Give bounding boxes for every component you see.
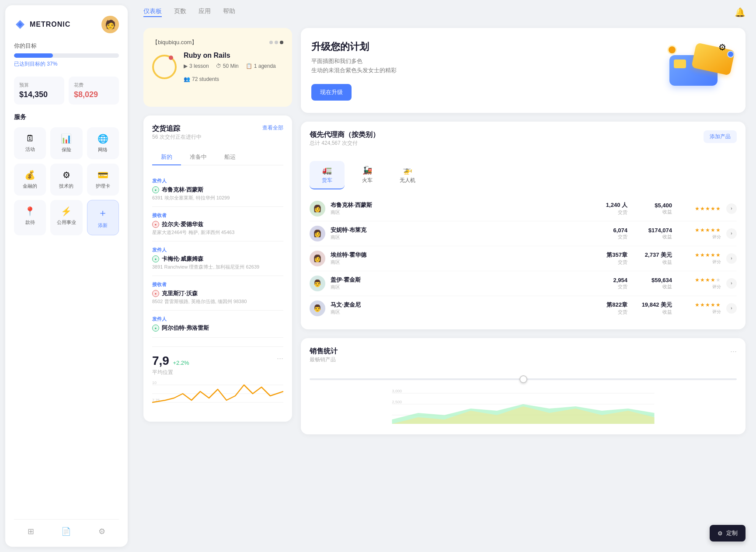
agent-tab-train[interactable]: 🚂 火车 <box>350 161 385 189</box>
layers-icon[interactable]: ⊞ <box>28 527 34 536</box>
tracking-view-all[interactable]: 查看全部 <box>262 124 283 132</box>
service-hospitality[interactable]: 📍 款待 <box>14 200 46 235</box>
avg-value: 7,9 <box>152 354 169 367</box>
agents-header: 领先代理商（按类别） 总计 424,567 次交付 添加产品 <box>310 130 737 154</box>
agent-trans-label-5: 交货 <box>592 309 627 315</box>
service-utility[interactable]: ⚡ 公用事业 <box>50 200 82 235</box>
train-label: 火车 <box>362 177 373 184</box>
agent-info-1: 布鲁克林·西蒙斯 南区 <box>331 201 587 216</box>
agent-arrow-2[interactable]: › <box>726 228 737 239</box>
location-dot-5: ● <box>152 325 159 332</box>
expense-label: 花费 <box>74 82 114 88</box>
customize-icon: ⚙ <box>718 530 723 537</box>
lessons-icon: ▶ <box>184 63 188 69</box>
shipment-addr-3: 3891 Ranchview 理查森博士, 加利福尼亚州 62639 <box>152 264 283 270</box>
circle-dot <box>169 56 173 60</box>
service-tech[interactable]: ⚙ 技术的 <box>50 164 82 196</box>
agent-arrow-1[interactable]: › <box>726 203 737 214</box>
course-url: 【biqubiqu.com】 <box>152 38 197 46</box>
agent-trans-label-3: 交货 <box>592 259 627 266</box>
agent-row-1: 👩 布鲁克林·西蒙斯 南区 1,240 人 交货 $5,400 收益 ★★★ <box>310 196 737 221</box>
mini-chart: 10 7.75 <box>152 376 283 411</box>
upgrade-info: 升级您的计划 平面插图和我们多色 生动的未混合紫色头发女士的精彩 现在升级 <box>311 40 397 101</box>
agent-tab-truck[interactable]: 🚛 货车 <box>310 161 345 189</box>
upgrade-card: 升级您的计划 平面插图和我们多色 生动的未混合紫色头发女士的精彩 现在升级 <box>301 28 746 113</box>
upgrade-button[interactable]: 现在升级 <box>311 84 352 101</box>
students-icon: 👥 <box>184 76 190 82</box>
notification-icon[interactable]: 🔔 <box>735 7 746 17</box>
service-activity[interactable]: 🗓 活动 <box>14 127 46 159</box>
avatar[interactable]: 🧑 <box>101 16 119 33</box>
nav-pages[interactable]: 页数 <box>174 7 186 17</box>
range-slider[interactable] <box>310 378 737 380</box>
shipment-4: 接收者 ● 克里斯汀·沃森 8502 普雷斯顿路, 英格尔伍德, 缅因州 983… <box>152 276 283 311</box>
activity-icon: 🗓 <box>26 133 35 143</box>
tab-preparing[interactable]: 准备中 <box>181 150 216 165</box>
nav-apps[interactable]: 应用 <box>199 7 211 17</box>
range-slider-container <box>310 374 737 382</box>
service-finance[interactable]: 💰 金融的 <box>14 164 46 196</box>
avg-pct: +2.2% <box>173 360 189 366</box>
chip <box>674 59 686 68</box>
nav-dashboard[interactable]: 仪表板 <box>143 7 162 17</box>
shipment-name-2: ● 拉尔夫·爱德华兹 <box>152 220 283 228</box>
services-grid: 🗓 活动 📊 保险 🌐 网络 💰 金融的 ⚙ 技术的 💳 护理卡 📍 款待 ⚡ <box>14 127 119 235</box>
shipment-addr-1: 6391 埃尔全塞莱斯, 特拉华州 10299 <box>152 195 283 201</box>
customize-button[interactable]: ⚙ 定制 <box>710 525 746 542</box>
agent-info-5: 马文·麦金尼 南区 <box>331 301 587 315</box>
location-dot-1: ● <box>152 186 159 193</box>
budget-label: 预算 <box>19 82 59 88</box>
file-icon[interactable]: 📄 <box>61 527 71 536</box>
mini-stats-value-group: 7,9 +2.2% 平均位置 <box>152 354 189 376</box>
agent-rev-label-4: 收益 <box>633 283 672 290</box>
stars-4: ★★★★★ <box>695 277 721 283</box>
agent-rev-4: $59,634 <box>633 277 672 283</box>
shipment-name-1: ● 布鲁克林·西蒙斯 <box>152 186 283 194</box>
svg-text:3,000: 3,000 <box>392 389 402 393</box>
goal-section: 你的目标 已达到目标的 37% <box>14 42 119 68</box>
agent-rev-label-1: 收益 <box>633 209 672 215</box>
agent-trans-label-1: 交货 <box>592 209 627 216</box>
tab-shipping[interactable]: 船运 <box>216 150 244 165</box>
service-insurance[interactable]: 📊 保险 <box>50 127 82 159</box>
agent-arrow-5[interactable]: › <box>726 303 737 314</box>
settings-icon[interactable]: ⚙ <box>98 527 105 536</box>
budget-card: 预算 $14,350 <box>14 77 64 105</box>
graphic-container: ⚙ <box>665 44 735 97</box>
stats-more-icon[interactable]: ··· <box>277 354 283 363</box>
agent-money-4: $59,634 收益 <box>633 277 672 290</box>
service-care-card[interactable]: 💳 护理卡 <box>87 164 119 196</box>
sales-title: 销售统计 <box>310 347 338 356</box>
sales-header: 销售统计 最畅销产品 ··· <box>310 347 737 369</box>
agents-title-group: 领先代理商（按类别） 总计 424,567 次交付 <box>310 130 380 154</box>
sidebar-footer: ⊞ 📄 ⚙ <box>14 519 119 536</box>
agent-arrow-3[interactable]: › <box>726 253 737 264</box>
goal-label: 你的目标 <box>14 42 119 50</box>
location-dot-4: ● <box>152 290 159 297</box>
svg-text:2,500: 2,500 <box>392 400 402 404</box>
agent-name-2: 安妮特·布莱克 <box>331 226 587 234</box>
expense-value: $8,029 <box>74 90 114 99</box>
course-info: Ruby on Rails ▶ 3 lesson ⏱ 50 Min <box>184 52 283 82</box>
sales-more-icon[interactable]: ··· <box>730 347 737 356</box>
agent-stat-5: 第822章 交货 <box>592 301 627 315</box>
rating-label-5: 评分 <box>712 309 721 315</box>
shipment-name-5: ● 阿尔伯特·弗洛雷斯 <box>152 324 283 332</box>
agent-trans-2: 6,074 <box>592 227 627 234</box>
gear-decoration: ⚙ <box>718 42 726 52</box>
service-network[interactable]: 🌐 网络 <box>87 127 119 159</box>
service-add[interactable]: ＋ 添新 <box>87 200 119 235</box>
agent-money-3: 2,737 美元 收益 <box>633 251 672 266</box>
agent-info-3: 埃丝特·霍华德 南区 <box>331 251 587 266</box>
nav-help[interactable]: 帮助 <box>223 7 235 17</box>
agent-rev-label-5: 收益 <box>633 309 672 315</box>
add-product-button[interactable]: 添加产品 <box>704 130 737 143</box>
agent-tab-drone[interactable]: 🚁 无人机 <box>390 161 425 189</box>
tab-new[interactable]: 新的 <box>152 150 181 165</box>
agent-stat-2: 6,074 交货 <box>592 227 627 240</box>
agent-arrow-4[interactable]: › <box>726 278 737 289</box>
sidebar: METRONIC 🧑 你的目标 已达到目标的 37% 预算 $14,350 花费… <box>5 5 128 547</box>
content-area: 【biqubiqu.com】 Ruby on Rails <box>133 24 756 552</box>
agent-tabs: 🚛 货车 🚂 火车 🚁 无人机 <box>310 161 737 189</box>
insurance-icon: 📊 <box>61 133 72 144</box>
